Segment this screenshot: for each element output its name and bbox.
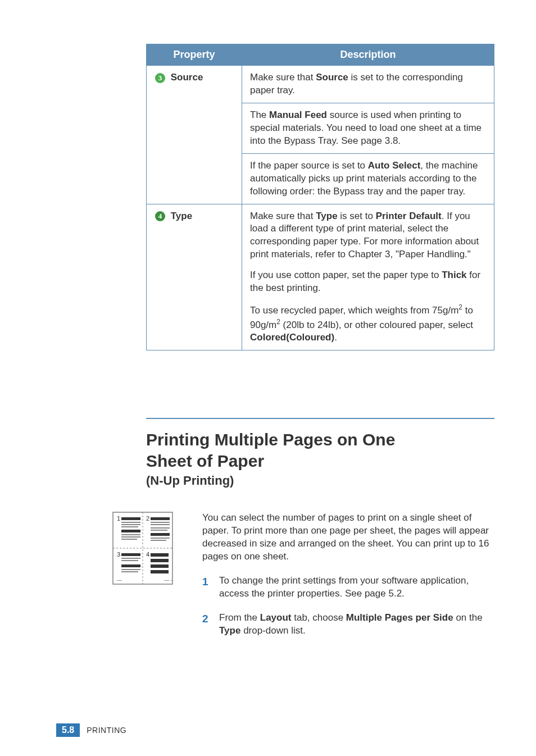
nup-thumbnail: 1 2 (112, 512, 174, 637)
svg-rect-35 (151, 564, 169, 568)
intro-paragraph: You can select the number of pages to pr… (202, 512, 491, 563)
svg-rect-28 (121, 560, 138, 561)
number-badge-icon: 4 (155, 211, 166, 222)
step-body: From the Layout tab, choose Multiple Pag… (219, 612, 491, 637)
header-property: Property (147, 44, 242, 66)
page-number-badge: 5.8 (56, 723, 80, 737)
svg-rect-19 (151, 524, 170, 525)
section-divider (146, 418, 494, 419)
description-cell: If the paper source is set to Auto Selec… (242, 153, 494, 204)
svg-text:3: 3 (158, 74, 162, 82)
svg-rect-36 (151, 570, 169, 573)
svg-rect-33 (151, 553, 169, 557)
svg-rect-21 (151, 530, 167, 531)
svg-rect-8 (121, 517, 140, 520)
step-number: 1 (202, 575, 219, 600)
description-cell: Make sure that Type is set to Printer De… (242, 204, 494, 350)
svg-rect-11 (121, 526, 138, 527)
number-badge-icon: 3 (155, 72, 166, 84)
svg-rect-30 (121, 569, 140, 570)
svg-rect-29 (121, 564, 140, 567)
svg-rect-18 (151, 522, 170, 523)
svg-rect-34 (151, 559, 169, 562)
header-description: Description (242, 44, 494, 66)
svg-rect-24 (151, 540, 166, 541)
svg-rect-17 (151, 517, 170, 520)
svg-rect-12 (121, 530, 140, 532)
svg-rect-27 (121, 558, 140, 559)
svg-rect-22 (151, 533, 170, 536)
page-footer: 5.8 PRINTING (56, 723, 126, 737)
description-cell: Make sure that Source is set to the corr… (242, 66, 494, 103)
svg-rect-13 (121, 534, 140, 535)
section-title-line2: Sheet of Paper (146, 452, 264, 470)
step-body: To change the print settings from your s… (219, 575, 491, 600)
step-item: 1To change the print settings from your … (202, 575, 491, 600)
svg-rect-26 (121, 553, 140, 556)
svg-text:1: 1 (117, 515, 120, 522)
properties-table: Property Description 3 SourceMake sure t… (146, 44, 494, 350)
svg-rect-31 (121, 571, 138, 572)
description-cell: The Manual Feed source is used when prin… (242, 103, 494, 153)
step-item: 2From the Layout tab, choose Multiple Pa… (202, 612, 491, 637)
svg-rect-20 (151, 527, 170, 529)
svg-text:4: 4 (158, 212, 162, 220)
svg-text:— -: — - (164, 577, 172, 583)
svg-rect-14 (121, 536, 140, 538)
svg-text:4: 4 (146, 551, 149, 558)
section-title-line1: Printing Multiple Pages on One (146, 430, 395, 449)
step-number: 2 (202, 612, 219, 637)
svg-text:2: 2 (146, 515, 149, 522)
footer-label: PRINTING (87, 726, 126, 735)
section-subtitle: (N-Up Printing) (146, 473, 494, 488)
property-label: 3 Source (147, 66, 242, 204)
section-heading: Printing Multiple Pages on One Sheet of … (146, 429, 494, 488)
svg-rect-15 (121, 539, 137, 540)
svg-rect-9 (121, 522, 140, 523)
svg-text:3: 3 (117, 551, 120, 558)
property-label: 4 Type (147, 204, 242, 350)
svg-rect-10 (121, 524, 140, 525)
svg-text:—: — (117, 577, 122, 583)
svg-rect-23 (151, 538, 170, 539)
